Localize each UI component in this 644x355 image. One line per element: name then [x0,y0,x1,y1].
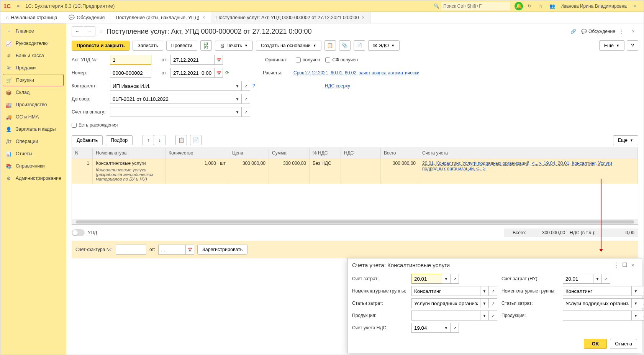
cancel-button[interactable]: Отмена [610,339,637,349]
cost-item-input[interactable] [411,298,480,308]
more-button[interactable]: Еще▼ [599,40,624,51]
nav-back-button[interactable]: ← [72,26,83,36]
vat-acc-input[interactable] [411,323,442,333]
star-icon[interactable]: ☆ [536,1,546,11]
popup-maximize-icon[interactable]: ☐ [620,261,629,268]
sidebar-item-purchases[interactable]: 🛒Покупки [3,74,64,86]
tab-receipt-doc[interactable]: Поступление услуг: Акт, УПД 0000-000002 … [211,12,370,23]
insert-button[interactable]: 📋 [324,40,336,51]
open-icon[interactable]: ↗ [242,107,250,117]
sidebar-item-production[interactable]: 🏭Производство [0,99,66,111]
dtkt-button[interactable]: ДтКт [200,40,212,51]
main-menu-icon[interactable]: ≡ [14,2,22,10]
help-button[interactable]: ? [627,40,638,51]
chevron-down-icon[interactable]: ▼ [233,107,242,117]
chevron-down-icon[interactable]: ▼ [593,274,602,284]
sidebar-item-salary[interactable]: 👤Зарплата и кадры [0,123,66,135]
popup-more-icon[interactable]: ⋮ [612,261,620,268]
act-number-input[interactable] [110,55,151,65]
tab-receipts-list[interactable]: Поступление (акты, накладные, УПД)× [110,12,211,23]
vat-mode-link[interactable]: НДС сверху [325,83,350,89]
paste-button[interactable]: 📄 [190,135,202,145]
open-icon[interactable]: ↗ [242,81,250,91]
popup-close-icon[interactable]: × [629,262,637,268]
move-down-button[interactable]: ↓ [154,135,166,145]
cell-accounts[interactable]: 20.01, Консалтинг, Услуги подрядных орга… [419,158,638,184]
invoice-input[interactable] [110,107,233,117]
select-button[interactable]: Подбор [106,135,133,145]
chevron-down-icon[interactable]: ▼ [632,298,640,308]
save-button[interactable]: Записать [133,41,163,51]
sidebar-item-warehouse[interactable]: 📦Склад [0,86,66,99]
copy-button[interactable]: 📋 [175,135,187,145]
discussion-link[interactable]: 💬Обсуждение [581,29,615,34]
nom-group-nu-input[interactable] [563,286,632,296]
calendar-icon[interactable]: 📅 [215,55,223,65]
attach-button[interactable]: 📎 [339,40,351,51]
chevron-down-icon[interactable]: ▼ [442,274,451,284]
chevron-down-icon[interactable]: ▼ [480,311,489,320]
table-more-button[interactable]: Еще▼ [613,135,638,145]
global-search-input[interactable] [441,2,510,10]
open-icon[interactable]: ↗ [640,286,644,296]
close-icon[interactable]: × [203,15,205,20]
user-menu-icon[interactable]: ≡ [630,1,640,11]
chevron-down-icon[interactable]: ▼ [632,286,640,296]
calendar-icon[interactable]: 📅 [215,68,223,78]
ok-button[interactable]: OK [584,339,607,349]
received-checkbox[interactable]: получен [296,57,320,62]
open-icon[interactable]: ↗ [640,311,644,320]
open-icon[interactable]: ↗ [489,311,497,320]
open-icon[interactable]: ↗ [489,286,497,296]
sf-number-input[interactable] [116,245,146,255]
chevron-down-icon[interactable]: ▼ [442,323,451,333]
open-icon[interactable]: ↗ [640,298,644,308]
number-date-input[interactable] [170,68,215,78]
chevron-down-icon[interactable]: ▼ [233,81,242,91]
sidebar-item-manager[interactable]: 📈Руководителю [0,37,66,49]
open-icon[interactable]: ↗ [602,274,610,284]
sidebar-item-admin[interactable]: ⚙Администрирование [0,172,66,184]
sidebar-item-sales[interactable]: 🛍Продажи [0,62,66,74]
calendar-icon[interactable]: 📅 [186,245,194,255]
open-icon[interactable]: ↗ [489,298,497,308]
chevron-down-icon[interactable]: ▼ [480,298,489,308]
open-icon[interactable]: ↗ [451,323,459,333]
cost-item-nu-input[interactable] [563,298,632,308]
create-based-button[interactable]: Создать на основании▼ [256,41,321,51]
contract-input[interactable] [110,94,233,104]
number-input[interactable] [110,68,151,78]
cost-acc-nu-input[interactable] [563,274,593,284]
product-input[interactable] [411,311,480,320]
more-menu-icon[interactable]: ⋮ [617,26,627,36]
users-icon[interactable]: 👥 [547,1,557,11]
register-button[interactable]: Зарегистрировать [197,245,247,255]
cost-acc-input[interactable] [411,274,442,284]
sidebar-item-assets[interactable]: 🚚ОС и НМА [0,111,66,123]
tab-discussions[interactable]: 💬Обсуждения [63,12,111,23]
nom-group-input[interactable] [411,286,480,296]
refresh-icon[interactable]: ⟳ [225,70,229,76]
favorite-icon[interactable]: ☆ [99,29,103,34]
print-button[interactable]: 🖨Печать▼ [215,41,253,51]
table-row[interactable]: 1 Консалтинговые услугиКонсалтинговые ус… [72,158,638,184]
close-icon[interactable]: × [628,26,638,36]
tab-home[interactable]: ⌂Начальная страница [0,12,63,23]
chevron-down-icon[interactable]: ▼ [632,311,640,320]
help-icon[interactable]: ? [252,83,255,89]
history-icon[interactable]: ↻ [524,1,534,11]
bell-icon[interactable]: 🔔 [515,2,523,10]
act-date-input[interactable] [170,55,215,65]
discrepancy-checkbox[interactable]: Есть расхождения [72,122,118,128]
post-button[interactable]: Провести [166,41,197,51]
close-icon[interactable]: × [362,15,365,20]
add-row-button[interactable]: Добавить [72,135,103,145]
settlements-link[interactable]: Срок 27.12.2021, 60.01, 60.02, зачет ава… [293,70,420,76]
contragent-input[interactable] [110,81,233,91]
upd-toggle[interactable] [72,229,85,236]
sidebar-item-main[interactable]: ≡Главное [0,25,66,37]
post-close-button[interactable]: Провести и закрыть [72,41,129,51]
open-icon[interactable]: ↗ [451,274,459,284]
sidebar-item-reports[interactable]: 📊Отчеты [0,148,66,160]
sidebar-item-operations[interactable]: ДтОперации [0,135,66,148]
